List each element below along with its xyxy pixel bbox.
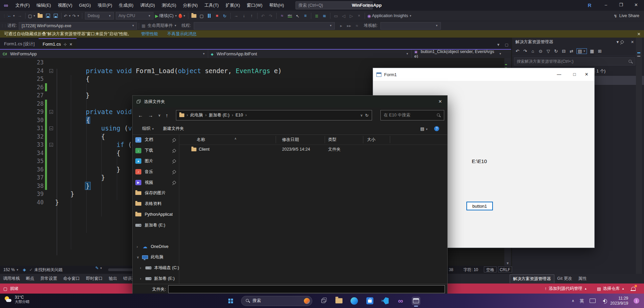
spellcheck-button[interactable]: abc [286,12,294,20]
pin-icon[interactable] [620,40,624,44]
refresh-icon[interactable]: ↻ [365,113,368,118]
form1-minimize-button[interactable]: — [551,68,567,81]
panel-tab-3[interactable]: 命令窗口 [60,274,83,284]
column-type[interactable]: 类型 [328,137,336,143]
panel-tab-4[interactable]: 即时窗口 [83,274,106,284]
nav-back-icon[interactable]: ← [138,112,143,118]
prev-bookmark-button[interactable]: ◁ [340,12,348,20]
address-dropdown-icon[interactable]: ∨ [360,113,363,117]
collapse-region-icon[interactable]: − [49,126,53,130]
se-show-all-files-button[interactable]: ▦ [589,49,595,54]
feedback-r-icon[interactable]: R [585,0,594,11]
menu-item-11[interactable]: 窗口(W) [243,0,266,11]
health-indicator[interactable]: ✓ 未找到相关问题 [27,267,62,273]
se-refresh-button[interactable]: ↻ [553,49,559,54]
hot-reload-button[interactable]: ▼ [178,12,186,20]
line-ending-toggle[interactable]: CRLF [498,266,512,272]
close-panel-icon[interactable]: ✕ [631,40,634,44]
address-bar[interactable]: › 此电脑 › 新加卷 (E:) › E10 › ∨ ↻ [176,110,372,120]
unflag-icon[interactable]: ≈ [356,23,358,28]
menu-item-2[interactable]: 视图(V) [54,0,76,11]
zoom-selector[interactable]: 152 %▼ [0,267,21,272]
organize-button[interactable]: 组织 ▼ [142,126,154,132]
breakpoint-margin[interactable] [0,67,32,75]
minimize-button[interactable]: – [598,0,613,10]
collapse-region-icon[interactable]: − [49,110,53,114]
nav-forward-icon[interactable]: → [148,112,153,118]
redo-disabled-button[interactable]: ↷ [267,12,275,20]
spaces-toggle[interactable]: 空格 [484,266,497,272]
taskbar-search-box[interactable]: 搜索 [241,296,312,306]
pin-tab-icon[interactable]: ⊹ [63,39,66,50]
hidden-icons-chevron[interactable]: ∧ [572,299,574,303]
solution-explorer-search[interactable]: 搜索解决方案资源管理器(Ctrl+;) [514,57,635,65]
panel-tab-0[interactable]: 调用堆栈 [0,274,23,284]
close-button[interactable]: ✕ [629,0,644,10]
sidebar-tree-item-1[interactable]: ∨此电脑 [133,252,179,263]
menu-item-12[interactable]: 帮助(H) [266,0,287,11]
step-out-button[interactable]: ↑ [248,12,256,20]
panel-tab-2[interactable]: 异常设置 [37,274,60,284]
menu-item-5[interactable]: 生成(B) [116,0,137,11]
menu-item-8[interactable]: 分析(N) [180,0,201,11]
stop-button[interactable]: ■ [213,12,221,20]
task-view-taskbar-button[interactable] [319,297,328,305]
breadcrumb-drive-e[interactable]: 新加卷 (E:) [209,112,229,118]
store-taskbar-button[interactable] [365,297,374,305]
breakpoint-margin[interactable] [0,108,32,116]
multi-caret-button[interactable]: ↖ [294,12,302,20]
menu-item-0[interactable]: 文件(F) [12,0,33,11]
pause-button[interactable] [205,12,213,20]
clock[interactable]: 11:29 2023/9/19 [610,296,628,306]
vscode-taskbar-button[interactable] [381,297,389,305]
column-date[interactable]: 修改日期 [282,137,299,143]
breakpoint-margin[interactable] [0,75,32,83]
document-outline-button[interactable]: ≡ [302,12,309,20]
edge-taskbar-button[interactable] [350,297,359,305]
sidebar-item-3[interactable]: ♪音乐 [133,166,179,177]
solution-explorer-scrollbar[interactable] [636,38,642,274]
step-into-button[interactable]: ↓ [240,12,248,20]
se-properties-button[interactable]: ⊞ [597,49,602,54]
start-button[interactable] [226,297,234,305]
file-explorer-taskbar-button[interactable] [334,297,343,305]
menu-item-1[interactable]: 编辑(E) [33,0,54,11]
breakpoint-margin[interactable] [0,116,32,124]
forward-button[interactable]: → [16,12,24,20]
menu-item-9[interactable]: 工具(T) [201,0,222,11]
platform-combo[interactable]: Any CPU▼ [116,12,153,19]
save-all-button[interactable] [52,12,59,20]
code-line-26[interactable]: 26 [0,83,293,92]
toolbar-grip[interactable]: ⋮⋮ [3,14,6,18]
menu-item-10[interactable]: 扩展(X) [222,0,243,11]
nav-recent-chevron-icon[interactable]: ∨ [158,113,160,117]
undo-disabled-button[interactable]: ↶ [259,12,267,20]
breakpoint-margin[interactable] [0,133,32,141]
chevron-right-icon[interactable]: › [137,245,138,249]
clear-bookmarks-button[interactable]: × [355,12,363,20]
restart-button[interactable]: ↻ [221,12,229,20]
code-line-24[interactable]: 24− private void Form1_Load(object sende… [0,67,293,75]
code-line-25[interactable]: 25 { [0,75,293,83]
se-undo-button[interactable]: ↶ [515,49,520,54]
intellicode-button[interactable]: ≈ [278,12,286,20]
folder-name-input[interactable] [168,285,445,293]
maximize-button[interactable]: ❐ [613,0,629,10]
weather-widget[interactable]: 31°C 大部分晴 [4,295,30,304]
right-panel-tab-1[interactable]: Git 更改 [554,274,575,283]
right-panel-tab-2[interactable]: 属性 [575,274,590,283]
code-line-23[interactable]: 23 [0,58,293,67]
member-dropdown[interactable]: ▣ button1_Click(object sender, EventArgs… [412,50,504,58]
bookmark-button[interactable]: ▭ [332,12,340,20]
add-to-source-control-button[interactable]: ↑ 添加到源代码管理 ▲ [545,284,587,294]
chevron-down-icon[interactable]: ∨ [137,255,139,259]
thread-combo[interactable]: ▼ [194,22,335,30]
new-window-button[interactable]: ▢▼ [27,12,36,20]
dialog-title-bar[interactable]: 选择文件夹 ✕ [133,96,447,108]
form1-title-bar[interactable]: Form1 — □ ✕ [373,68,594,81]
breakpoint-margin[interactable] [0,173,32,182]
notification-close-icon[interactable]: ✕ [637,32,641,37]
breakpoint-margin[interactable] [0,165,32,174]
menu-item-3[interactable]: Git(G) [76,0,94,11]
breakpoint-margin[interactable] [0,190,32,198]
